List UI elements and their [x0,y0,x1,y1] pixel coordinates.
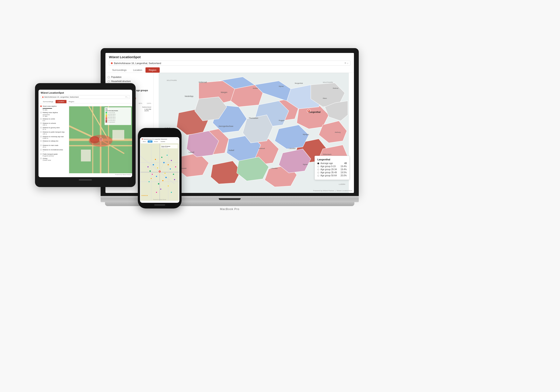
svg-rect-71 [81,150,91,161]
ipad-map: Map Street noise (day) decibels < 50 noi… [69,103,132,176]
svg-point-109 [155,159,156,160]
tooltip-dot-35-49 [317,172,319,173]
ipad-search-bar[interactable]: Bahnhofstrasse 16, Langenthal, Switzerla… [41,95,130,99]
iphone-screen: Bahnhofstrasse 16, Langenthal, Switzerla… [140,137,179,203]
iphone-tab-terrain[interactable]: Terrain [153,141,159,143]
svg-text:Street noise (day) decibels: Street noise (day) decibels [106,110,118,111]
search-icons: ✕ ⌕ [344,62,349,65]
ipad-radio-centre [40,118,42,120]
svg-text:Thunstetten: Thunstetten [249,117,258,119]
svg-point-123 [167,154,168,156]
ipad-radio-motorway [40,136,42,137]
map-tooltip: Langenthal Average age 43 Age group 0-19… [315,156,350,180]
svg-text:Wynau: Wynau [279,85,284,87]
iphone-address: Bahnhofstrasse 16, Langenthal, Switzerla… [142,138,178,140]
svg-point-112 [150,178,152,179]
ipad-screen: Wüest LocationSpot Bahnhofstrasse 16, La… [39,90,132,177]
svg-text:Wangen: Wangen [221,91,228,93]
svg-point-101 [163,162,165,163]
iphone-tab-menu[interactable]: Menu [142,141,147,143]
tooltip-dot-avg [317,162,319,164]
tab-region[interactable]: Region [145,67,160,73]
ipad-radio-roads [40,145,42,146]
svg-point-113 [147,166,149,168]
svg-text:Radius: 0.5 km: Radius: 0.5 km [161,147,168,148]
ipad-item-motorway: Distance to motorway slip road 9,695 m [40,135,67,140]
svg-text:Rothrist: Rothrist [333,87,338,89]
tooltip-row-35-49: Age group 35-49 19.5% [317,171,347,174]
iphone-nav-tabs: Menu Map Terrain Satellite [142,141,178,143]
ipad-app-title: Wüest LocationSpot [41,91,130,94]
iphone-map-svg: Points Of Interest Radius: 0.5 km [140,143,179,201]
tooltip-dot-0-19 [317,166,319,167]
svg-point-122 [156,192,157,193]
ipad-device: Wüest LocationSpot Bahnhofstrasse 16, La… [35,83,136,187]
svg-point-104 [165,177,167,178]
iphone-rating: ★★★★★ [141,195,148,196]
svg-text:< 50 noise class A: < 50 noise class A [108,112,115,113]
svg-text:Niederbipp: Niederbipp [185,95,193,97]
panel-item-household[interactable]: Household structure [108,79,151,83]
map-area: Huttwil Niederbipp Wangen Walterswil Wol… [154,73,354,193]
ipad-item-recreational: Distance to recreational areas — [40,148,67,153]
iphone-notch-area [140,131,179,136]
svg-text:Murgenthal: Murgenthal [295,82,303,84]
svg-rect-75 [106,112,107,113]
ipad-item-railway-line: Distance to railway line — [40,140,67,144]
svg-text:> 75 noise class G: > 75 noise class G [108,122,115,123]
svg-rect-85 [106,120,107,121]
ipad-item-zoning: Zoning Centre zone [40,157,67,161]
svg-rect-81 [106,117,107,118]
svg-point-107 [173,173,174,175]
ipad-app-header: Wüest LocationSpot Bahnhofstrasse 16, La… [39,90,132,103]
ipad-radio-transport [40,131,42,133]
svg-point-105 [149,170,151,172]
svg-point-69 [101,139,102,140]
svg-rect-83 [106,118,107,119]
ipad-item-public-transport-grade: Public transport grade B (good access) [40,153,67,157]
tooltip-row-0-19: Age group 0-19 19.4% [317,165,347,168]
ipad-item-street-noise: Street noise daytime ▬▬▬▬▬▬ 54 dBs [40,105,67,111]
ipad-tab-region[interactable]: Region [67,100,76,103]
svg-text:Wynigen: Wynigen [303,133,309,135]
ipad-item-grocery: Distance to grocery store 97 m [40,126,67,131]
svg-point-102 [170,168,171,170]
svg-text:SOLOTHURN: SOLOTHURN [323,81,333,83]
svg-point-115 [174,179,175,181]
svg-rect-70 [112,130,124,140]
ipad-radio-pt-grade [40,153,42,155]
tab-location[interactable]: Location [130,67,145,73]
ipad-bezel: Wüest LocationSpot Bahnhofstrasse 16, La… [35,83,136,187]
ipad-powered-by: Powered by Wüest Partner [115,174,131,175]
svg-point-118 [164,173,166,174]
iphone-powered-by: Powered by Wüest Partner [153,199,166,200]
svg-point-124 [149,181,150,182]
svg-text:55-60 noise class C: 55-60 noise class C [108,115,115,116]
svg-text:Herzogenbuchsee: Herzogenbuchsee [219,125,233,127]
iphone-notch [152,132,167,136]
svg-point-103 [156,176,157,177]
iphone-tab-satellite[interactable]: Satellite [160,141,166,143]
svg-text:Signau: Signau [303,163,308,165]
svg-point-111 [162,180,164,181]
macbook-powered-by: Powered by Wüest Partner | Wüest Locatio… [313,190,352,192]
ipad-tab-surroundings[interactable]: Surroundings [41,100,56,103]
svg-text:65-70 noise class E: 65-70 noise class E [108,118,115,120]
svg-text:Map: Map [106,109,108,110]
svg-point-67 [90,136,100,143]
radio-population [108,76,110,78]
ipad-home-bar [79,179,92,181]
ipad-radio-grocery [40,127,42,128]
search-bar[interactable]: Bahnhofstrasse 16, Langenthal, Switzerla… [109,60,350,66]
ipad-item-transport: Distance to public transport stop 105 m [40,131,67,135]
ipad-item-distance-centre: Distance to centre 8 m [40,118,67,122]
tooltip-dot-20-34 [317,169,319,171]
panel-item-population[interactable]: Population [108,75,151,79]
iphone-tab-map[interactable]: Map [148,141,152,143]
ipad-item-roads: Distance to main roads 25 m [40,144,67,148]
svg-point-125 [171,192,172,193]
svg-text:Lotzwil: Lotzwil [189,151,194,153]
ipad-tab-location[interactable]: Location [56,100,67,103]
ipad-search-text: Bahnhofstrasse 16, Langenthal, Switzerla… [44,96,124,98]
tab-surroundings[interactable]: Surroundings [109,67,130,73]
